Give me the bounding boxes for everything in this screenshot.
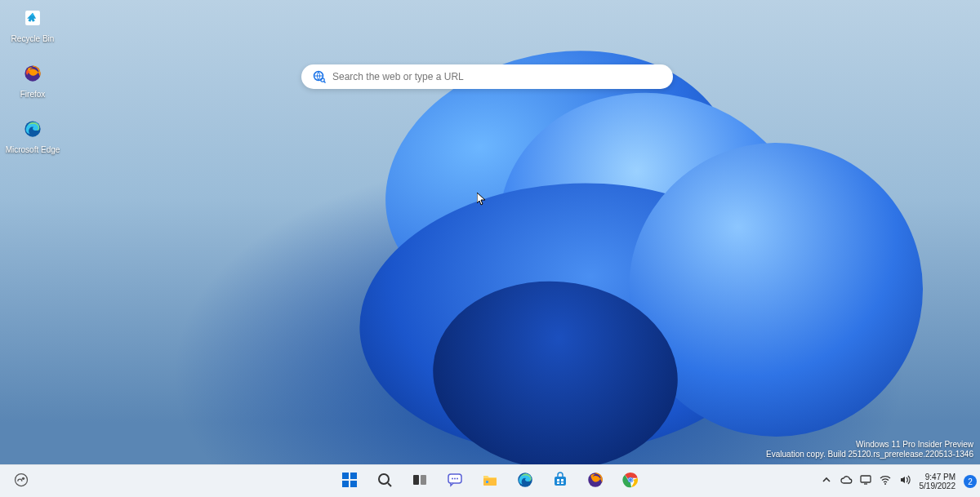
search-button[interactable]	[368, 465, 401, 497]
svg-rect-21	[486, 481, 488, 483]
chat-icon	[447, 472, 463, 491]
windows-logo-icon	[341, 472, 358, 491]
svg-point-19	[457, 478, 458, 480]
desktop-icon-label: Recycle Bin	[11, 34, 55, 43]
chrome-button[interactable]	[614, 465, 647, 497]
desktop-icon-label: Firefox	[20, 90, 46, 99]
file-explorer-button[interactable]	[474, 465, 506, 497]
svg-line-5	[324, 82, 326, 83]
globe-search-icon	[313, 70, 326, 83]
svg-point-35	[884, 483, 886, 485]
recycle-bin-icon	[18, 3, 47, 33]
taskbar-clock[interactable]: 9:47 PM 5/19/2022	[915, 473, 961, 490]
svg-point-7	[22, 477, 24, 480]
clock-time: 9:47 PM	[920, 473, 956, 481]
tray-vm[interactable]	[856, 465, 875, 497]
desktop-search-box[interactable]	[301, 64, 673, 89]
firefox-button[interactable]	[579, 465, 612, 497]
clock-date: 5/19/2022	[920, 481, 956, 490]
svg-rect-23	[555, 477, 566, 486]
desktop-search-input[interactable]	[332, 71, 662, 82]
monitor-icon	[859, 473, 872, 490]
svg-rect-14	[413, 475, 419, 485]
build-watermark: Windows 11 Pro Insider Preview Evaluatio…	[766, 440, 973, 459]
store-button[interactable]	[544, 465, 577, 497]
svg-rect-11	[350, 481, 357, 487]
volume-icon	[898, 473, 911, 490]
svg-point-32	[629, 478, 632, 481]
tray-overflow[interactable]	[817, 465, 836, 497]
svg-point-18	[454, 478, 456, 480]
chevron-up-icon	[821, 474, 832, 489]
svg-rect-26	[557, 482, 559, 484]
svg-rect-10	[342, 481, 349, 487]
edge-icon	[517, 472, 533, 491]
task-view-icon	[412, 472, 428, 491]
watermark-line-2: Evaluation copy. Build 25120.rs_prerelea…	[766, 450, 973, 459]
desktop-icon-label: Microsoft Edge	[6, 145, 60, 154]
desktop-icon-recycle-bin[interactable]: Recycle Bin	[3, 2, 62, 54]
svg-rect-8	[342, 473, 349, 479]
start-button[interactable]	[333, 465, 366, 497]
svg-rect-15	[421, 475, 426, 485]
svg-point-17	[452, 478, 453, 480]
tray-network[interactable]	[875, 465, 895, 497]
cloud-icon	[840, 473, 853, 490]
desktop-icon-edge[interactable]: Microsoft Edge	[3, 113, 62, 165]
notifications-badge[interactable]: 2	[964, 475, 977, 488]
edge-button[interactable]	[509, 465, 541, 497]
desktop[interactable]: Recycle Bin Firefox Microsoft Edge Windo…	[0, 0, 980, 497]
firefox-icon	[18, 59, 47, 88]
task-view-button[interactable]	[403, 465, 436, 497]
wallpaper-bloom	[286, 45, 980, 469]
weather-icon	[13, 472, 29, 491]
svg-point-12	[379, 474, 389, 484]
folder-icon	[482, 472, 498, 491]
svg-rect-25	[561, 479, 564, 481]
svg-rect-33	[861, 476, 871, 482]
svg-line-13	[388, 483, 391, 486]
watermark-line-1: Windows 11 Pro Insider Preview	[766, 440, 973, 450]
svg-rect-20	[483, 478, 497, 486]
chrome-icon	[622, 472, 639, 491]
svg-rect-9	[350, 473, 357, 479]
edge-icon	[18, 114, 47, 144]
tray-onedrive[interactable]	[836, 465, 856, 497]
cursor-icon	[477, 193, 487, 207]
desktop-icon-firefox[interactable]: Firefox	[3, 57, 62, 109]
svg-rect-24	[557, 479, 559, 481]
firefox-icon	[587, 472, 604, 491]
weather-widget[interactable]	[5, 465, 38, 497]
chat-button[interactable]	[439, 465, 471, 497]
taskbar: 9:47 PM 5/19/2022 2	[0, 464, 980, 497]
store-icon	[552, 472, 568, 491]
tray-volume[interactable]	[895, 465, 915, 497]
svg-rect-27	[561, 482, 564, 484]
search-icon	[376, 472, 393, 491]
wifi-icon	[879, 473, 892, 490]
